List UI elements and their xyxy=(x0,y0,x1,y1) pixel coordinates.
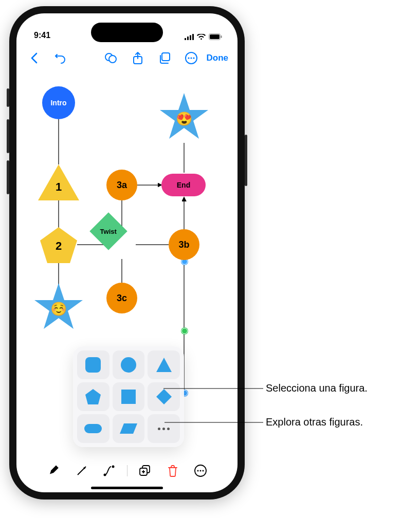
svg-rect-0 xyxy=(185,38,186,40)
more-button[interactable] xyxy=(180,47,203,69)
back-button[interactable] xyxy=(23,47,45,69)
svg-rect-6 xyxy=(221,35,222,38)
media-button[interactable] xyxy=(100,47,122,69)
done-button[interactable]: Done xyxy=(207,53,232,63)
callout-explore-shapes: Explora otras figuras. xyxy=(266,416,363,428)
svg-rect-5 xyxy=(210,34,220,39)
svg-rect-2 xyxy=(190,35,191,40)
svg-point-8 xyxy=(109,55,116,63)
callout-select-shape: Selecciona una figura. xyxy=(266,382,368,394)
top-toolbar: Done xyxy=(16,45,238,71)
callout-lines xyxy=(0,0,420,518)
svg-rect-3 xyxy=(192,34,194,40)
boards-button[interactable] xyxy=(153,47,176,69)
cellular-icon xyxy=(185,34,194,40)
svg-point-14 xyxy=(193,57,194,59)
share-button[interactable] xyxy=(126,47,149,69)
dynamic-island xyxy=(91,23,163,42)
status-time: 9:41 xyxy=(34,31,50,40)
wifi-icon xyxy=(197,34,206,40)
battery-icon xyxy=(209,33,222,40)
undo-button[interactable] xyxy=(49,47,72,69)
svg-rect-1 xyxy=(187,36,189,40)
svg-rect-10 xyxy=(162,53,170,61)
status-icons xyxy=(185,33,222,40)
svg-point-12 xyxy=(188,57,189,59)
svg-point-13 xyxy=(190,57,192,59)
